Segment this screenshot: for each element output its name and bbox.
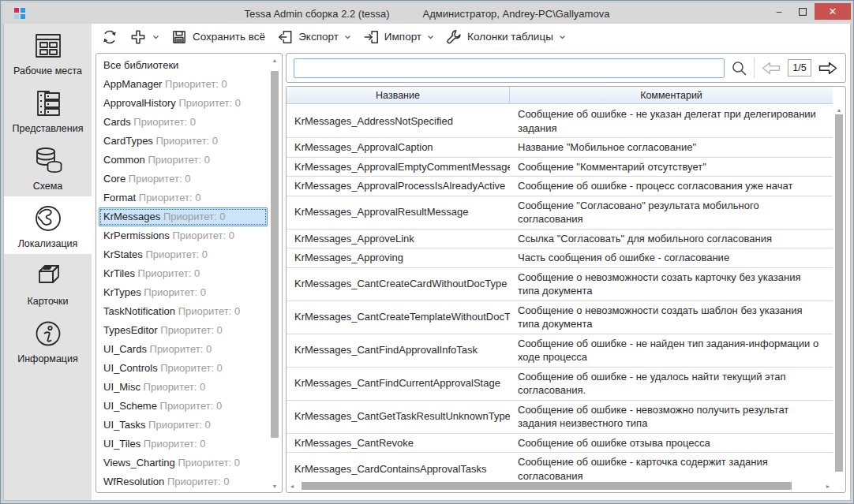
scroll-right-icon[interactable]: ► [823,483,833,489]
library-priority: Приоритет: 0 [144,381,206,393]
scroll-down-icon[interactable]: ▼ [269,481,280,491]
cell-comment: Сообщение об ошибке - не указан делегат … [510,105,833,137]
add-button[interactable] [129,28,159,46]
scroll-up-icon[interactable]: ▲ [269,55,280,65]
library-list-item[interactable]: UI_Tasks Приоритет: 0 [99,416,268,435]
scroll-left-icon[interactable]: ◄ [287,483,297,489]
sidebar-item-information[interactable]: Информация [4,312,92,369]
table-hscroll-thumb[interactable] [302,482,792,490]
table-row[interactable]: KrMessages_CardContainsApprovalTasks Соо… [287,453,833,480]
library-priority: Приоритет: 0 [178,305,241,317]
search-button[interactable] [730,59,748,77]
library-list-item[interactable]: Common Приоритет: 0 [99,151,268,170]
library-list-item[interactable]: ApprovalHistory Приоритет: 0 [99,94,268,113]
search-input[interactable] [294,58,725,78]
library-priority: Приоритет: 0 [160,362,223,374]
table-row[interactable]: KrMessages_CantCreateCardWithoutDocType … [287,268,833,301]
table-row[interactable]: KrMessages_CantRevoke Сообщение об ошибк… [287,434,833,454]
refresh-button[interactable] [101,28,118,46]
library-list-item[interactable]: Core Приоритет: 0 [99,170,268,189]
library-list-item[interactable]: KrTiles Приоритет: 0 [99,264,268,283]
library-scrollbar-thumb[interactable] [271,71,279,438]
sidebar-item-label: Карточки [27,296,68,307]
library-name: TypesEditor [103,324,158,336]
library-list-item[interactable]: UI_Scheme Приоритет: 0 [99,397,268,416]
library-list-item[interactable]: Format Приоритет: 0 [99,189,268,207]
library-list-item[interactable]: Все библиотеки [99,56,268,75]
sidebar-item-localization[interactable]: Локализация [4,196,92,254]
library-name: Core [103,173,125,185]
library-list-item[interactable]: UI_Cards Приоритет: 0 [99,340,268,359]
table-row[interactable]: KrMessages_CantFindApprovalInfoTask Сооб… [287,334,833,368]
previous-page-button[interactable] [760,60,782,77]
page-indicator[interactable]: 1/5 [788,59,811,77]
sidebar-item-schema[interactable]: Схема [4,139,92,196]
import-button[interactable]: Импорт [362,28,434,46]
column-header-comment[interactable]: Комментарий [510,87,833,103]
table-row[interactable]: KrMessages_CantGetTaskResultUnknownType … [287,401,833,434]
table-row[interactable]: KrMessages_ApprovalEmptyCommentMessage С… [287,158,833,177]
library-name: Format [103,192,136,203]
cell-name: KrMessages_CardContainsApprovalTasks [287,460,510,479]
library-name: Cards [103,116,131,128]
library-list-item[interactable]: KrStates Приоритет: 0 [99,245,268,264]
library-priority: Приоритет: 0 [145,248,208,260]
cell-name: KrMessages_ApprovalEmptyCommentMessage [287,158,510,177]
table-vscroll-thumb[interactable] [835,114,843,472]
database-icon [30,144,66,178]
library-list-item[interactable]: KrTypes Приоритет: 0 [99,283,268,302]
cell-comment: Сообщение "Комментарий отсутствует" [510,158,833,177]
table-vscroll-track[interactable] [833,114,845,480]
library-list-item[interactable]: KrPermissions Приоритет: 0 [99,226,268,245]
table-hscroll-track[interactable] [297,480,823,491]
globe-icon [30,201,66,236]
table-row[interactable]: KrMessages_ApproveLink Ссылка "Согласова… [287,230,833,249]
table-columns-label: Колонки таблицы [467,31,553,43]
cell-name: KrMessages_AddressNotSpecified [287,112,510,131]
library-list-item[interactable]: CardTypes Приоритет: 0 [99,132,268,151]
sidebar-item-views[interactable]: Представления [4,81,92,139]
chevron-down-icon [559,35,566,39]
library-list-item[interactable]: UI_Controls Приоритет: 0 [99,359,268,378]
library-list-item[interactable]: Views_Charting Приоритет: 0 [99,454,268,472]
table-row[interactable]: KrMessages_ApprovalResultMessage Сообщен… [287,196,833,230]
save-all-button[interactable]: Сохранить всё [170,28,265,46]
table-row[interactable]: KrMessages_CantCreateTemplateWithoutDocT… [287,301,833,334]
library-list-item[interactable]: TypesEditor Приоритет: 0 [99,321,268,340]
cell-comment: Название "Мобильное согласование" [510,138,833,157]
export-button[interactable]: Экспорт [276,28,351,46]
table-columns-button[interactable]: Колонки таблицы [445,28,566,46]
table-row[interactable]: KrMessages_ApprovalProcessIsAlreadyActiv… [287,177,833,196]
cell-comment: Сообщение об ошибке - процесс согласован… [510,177,833,196]
table-row[interactable]: KrMessages_AddressNotSpecified Сообщение… [287,105,833,138]
library-name: UI_Cards [103,343,147,355]
library-list-item[interactable]: Cards Приоритет: 0 [99,113,268,132]
table-row[interactable]: KrMessages_Approving Часть сообщения об … [287,248,833,268]
table-vertical-scrollbar[interactable]: ▲ [833,105,845,480]
scroll-up-icon[interactable]: ▲ [833,105,845,114]
minimize-button[interactable]: – [767,3,791,20]
cell-comment: Сообщение "Согласовано" результата мобил… [510,196,833,229]
sidebar-item-workplaces[interactable]: Рабочие места [4,24,92,81]
library-list-item[interactable]: AppManager Приоритет: 0 [99,75,268,94]
maximize-button[interactable] [791,3,815,20]
sidebar-item-cards[interactable]: Карточки [4,254,92,312]
table-horizontal-scrollbar[interactable]: ◄ ► [287,480,833,491]
column-header-name[interactable]: Название [287,87,510,103]
library-list-item[interactable]: WfResolution Приоритет: 0 [99,472,268,490]
table-row[interactable]: KrMessages_ApprovalCaption Название "Моб… [287,138,833,158]
box-icon [30,259,66,293]
save-all-label: Сохранить всё [193,31,265,43]
next-page-button[interactable] [817,60,839,77]
table-row[interactable]: KrMessages_CantFindCurrentApprovalStage … [287,368,833,401]
library-scrollbar[interactable]: ▲ ▼ [269,55,280,491]
library-name: KrStates [103,248,143,260]
library-scrollbar-track[interactable] [269,65,280,481]
divider [754,58,755,78]
library-list-item[interactable]: UI_Tiles Приоритет: 0 [99,435,268,454]
library-list-item[interactable]: KrMessages Приоритет: 0 [99,207,268,226]
close-button[interactable]: ✕ [815,3,851,20]
library-name: TaskNotification [103,305,175,317]
library-list-item[interactable]: UI_Misc Приоритет: 0 [99,378,268,397]
library-list-item[interactable]: TaskNotification Приоритет: 0 [99,302,268,321]
